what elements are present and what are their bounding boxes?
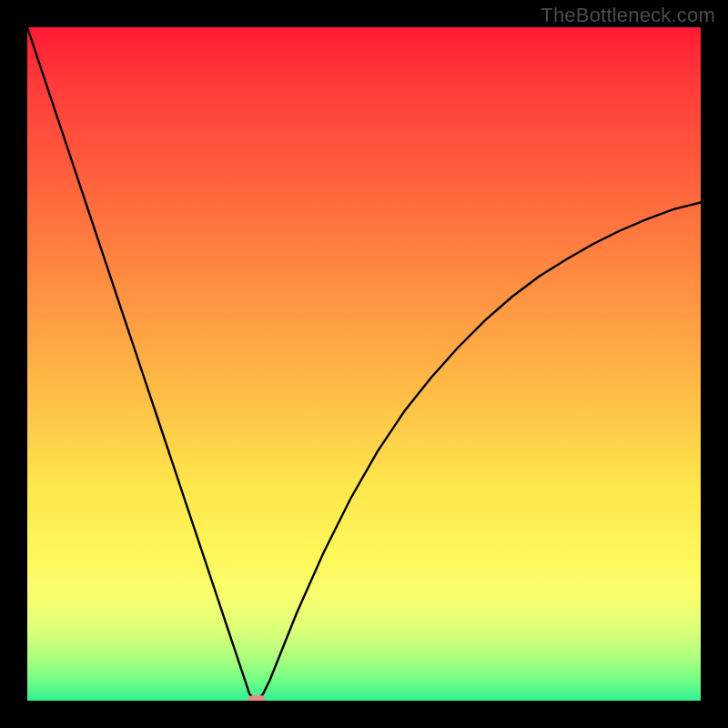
bottleneck-curve xyxy=(27,27,701,701)
watermark-text: TheBottleneck.com xyxy=(541,4,715,27)
chart-frame: TheBottleneck.com xyxy=(0,0,728,728)
optimal-marker-icon xyxy=(248,695,266,701)
plot-area xyxy=(27,27,701,701)
